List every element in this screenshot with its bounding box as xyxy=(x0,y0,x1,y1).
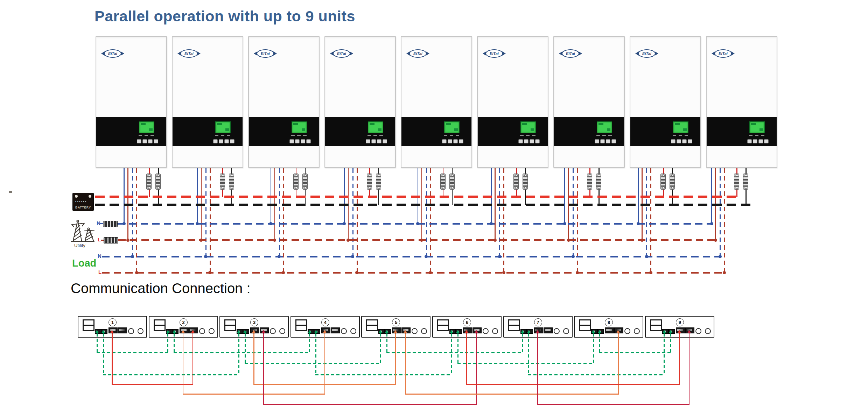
comm-cable-wire xyxy=(537,404,690,405)
green-wire-arrow xyxy=(102,330,105,333)
round-connector xyxy=(563,328,569,334)
green-wire-arrow xyxy=(527,330,531,333)
round-connector xyxy=(199,328,205,334)
battery-negative-bus xyxy=(95,204,751,206)
comm-cable-wire xyxy=(689,333,690,405)
round-connector xyxy=(634,328,640,334)
cable-arrow xyxy=(404,330,407,333)
lcd-screen xyxy=(444,121,460,133)
comm-green-wire xyxy=(457,333,458,364)
parallel-comm-port-b xyxy=(331,327,340,333)
load-neutral-wire xyxy=(279,168,280,257)
battery-icon: •••••• BATTERY xyxy=(72,193,94,211)
indicator-icon xyxy=(679,135,682,136)
front-panel xyxy=(325,117,395,146)
panel-button xyxy=(230,139,234,143)
brand-logo: EiTai xyxy=(714,49,732,58)
battery-fuse xyxy=(146,174,152,190)
cable-arrow xyxy=(687,330,691,333)
comm-green-wire xyxy=(386,352,523,353)
brand-logo: EiTai xyxy=(180,49,198,58)
cable-arrow xyxy=(252,330,255,333)
power-slot-icon xyxy=(83,319,94,331)
load-neutral-wire xyxy=(205,168,206,257)
battery-fuse xyxy=(670,174,675,190)
round-connector xyxy=(492,328,498,334)
green-wire-arrow xyxy=(237,330,240,333)
comm-green-wire xyxy=(599,352,671,353)
panel-buttons xyxy=(671,139,692,143)
power-slot-icon xyxy=(295,319,307,331)
utility-label: Utility xyxy=(74,243,85,248)
lcd-screen xyxy=(292,121,307,133)
lcd-screen xyxy=(139,121,154,133)
comm-green-wire xyxy=(174,333,175,353)
cable-arrow xyxy=(475,330,478,333)
indicator-icon xyxy=(532,135,536,136)
panel-button xyxy=(224,139,229,143)
green-wire-arrow xyxy=(385,330,388,333)
cable-arrow xyxy=(262,330,265,333)
panel-button xyxy=(154,139,158,143)
battery-fuse xyxy=(229,174,234,190)
utility-neutral-breaker xyxy=(103,221,118,227)
battery-fuse xyxy=(449,174,455,190)
indicator-icon xyxy=(685,135,688,136)
comm-green-wire xyxy=(386,333,387,353)
green-wire-arrow xyxy=(450,330,453,333)
round-connector xyxy=(341,328,347,334)
indicator-icon xyxy=(520,135,524,136)
battery-led-row: •••••• xyxy=(75,200,87,203)
round-connector xyxy=(483,328,489,334)
cable-arrow xyxy=(678,330,681,333)
panel-button xyxy=(219,139,223,143)
utility-live-bus xyxy=(118,239,716,241)
parallel-comm-port-b xyxy=(118,327,127,333)
panel-button xyxy=(677,139,681,143)
brand-logo: EiTai xyxy=(104,49,121,58)
battery-fuse xyxy=(376,174,381,190)
indicator-icon xyxy=(373,135,377,136)
indicator-icon xyxy=(444,135,447,136)
load-neutral-wire xyxy=(646,168,647,257)
cable-arrow xyxy=(465,330,468,333)
comm-cable-wire xyxy=(405,394,618,395)
power-slot-icon xyxy=(366,319,378,331)
indicator-icon xyxy=(139,135,142,136)
comm-green-wire xyxy=(174,352,310,353)
brand-logo: EiTai xyxy=(638,49,656,58)
unit-number-badge: 4 xyxy=(321,318,329,326)
unit-number-badge: 5 xyxy=(392,318,400,326)
inverter-unit-4: EiTai xyxy=(324,36,396,168)
panel-button xyxy=(306,139,311,143)
comm-cable-wire xyxy=(253,384,396,385)
green-wire-arrow xyxy=(243,330,247,333)
unit-number-badge: 1 xyxy=(108,318,117,326)
load-label: Load xyxy=(72,257,96,269)
panel-button xyxy=(688,139,692,143)
cable-arrow xyxy=(536,330,539,333)
comm-green-wire xyxy=(315,374,452,375)
unit-number-badge: 3 xyxy=(250,318,258,326)
comm-green-wire xyxy=(315,333,316,375)
panel-buttons xyxy=(366,139,387,143)
indicator-icon xyxy=(673,135,676,136)
green-wire-arrow xyxy=(521,330,524,333)
panel-buttons xyxy=(747,139,769,143)
panel-button xyxy=(682,139,687,143)
power-slot-icon xyxy=(224,319,236,331)
panel-button xyxy=(448,139,452,143)
front-panel xyxy=(401,117,471,146)
panel-buttons xyxy=(289,139,311,143)
power-slot-icon xyxy=(437,319,449,331)
green-wire-arrow xyxy=(592,330,595,333)
comm-green-wire xyxy=(670,333,671,353)
page-title: Parallel operation with up to 9 units xyxy=(94,8,355,25)
unit-number-badge: 8 xyxy=(605,318,613,326)
indicator-icon xyxy=(602,135,606,136)
utility-neutral-bus xyxy=(118,223,712,225)
battery-fuse xyxy=(734,174,739,190)
panel-button xyxy=(758,139,763,143)
battery-positive-bus xyxy=(95,196,740,198)
inverter-unit-7: EiTai xyxy=(553,36,625,168)
